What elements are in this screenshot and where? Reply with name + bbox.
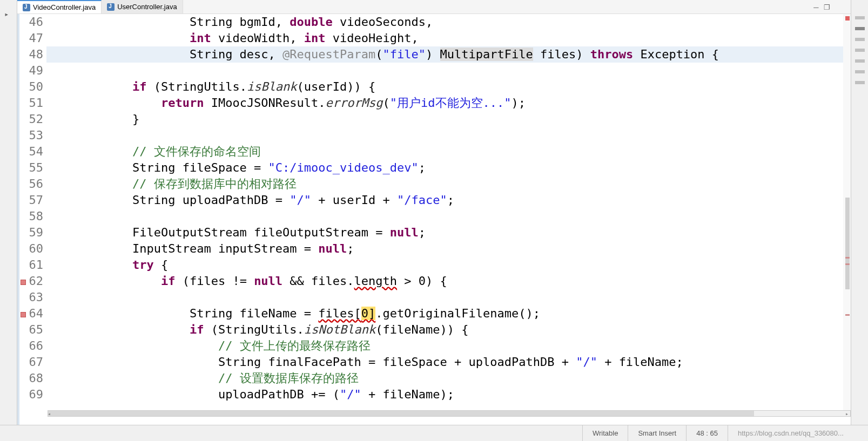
status-cursor-pos[interactable]: 48 : 65 xyxy=(686,425,728,441)
overview-error-icon[interactable] xyxy=(845,16,850,21)
scroll-left-icon[interactable]: ◂ xyxy=(48,411,53,416)
status-bar: Writable Smart Insert 48 : 65 https://bl… xyxy=(0,425,868,441)
status-writable[interactable]: Writable xyxy=(582,425,628,441)
status-insert-mode[interactable]: Smart Insert xyxy=(628,425,686,441)
left-tool-margin: ▸ xyxy=(0,0,17,441)
java-file-icon xyxy=(23,4,30,11)
editor[interactable]: 4647484950515253545556575859606162636465… xyxy=(17,14,851,425)
code-area[interactable]: String bgmId, double videoSeconds, int v… xyxy=(46,14,851,425)
right-icon[interactable] xyxy=(855,70,865,73)
right-icon[interactable] xyxy=(855,59,865,63)
maximize-icon[interactable]: ❐ xyxy=(824,3,830,11)
error-marker-icon[interactable] xyxy=(21,312,26,317)
horizontal-scrollbar[interactable]: ◂ ▸ xyxy=(48,410,851,417)
tab-user-controller[interactable]: UserController.java xyxy=(102,0,183,13)
scrollbar-thumb[interactable] xyxy=(845,198,850,289)
right-icon[interactable] xyxy=(855,81,865,84)
error-marker-icon[interactable] xyxy=(21,280,26,285)
scroll-right-icon[interactable]: ▸ xyxy=(845,411,851,416)
status-url: https://blog.csdn.net/qq_336080... xyxy=(728,425,868,441)
tab-label: UserController.java xyxy=(117,3,177,11)
toggle-icon[interactable]: ▸ xyxy=(4,10,9,18)
vertical-scrollbar[interactable] xyxy=(843,14,851,410)
overview-mark[interactable] xyxy=(845,263,850,265)
line-number-gutter: 4647484950515253545556575859606162636465… xyxy=(17,14,46,425)
minimize-icon[interactable]: ─ xyxy=(813,3,818,11)
window-controls: ─ ❐ xyxy=(810,3,830,11)
right-icon[interactable] xyxy=(855,27,865,30)
tab-label: VideoController.java xyxy=(33,3,96,11)
scrollbar-thumb[interactable] xyxy=(48,411,754,416)
overview-mark[interactable] xyxy=(845,257,850,259)
right-icon[interactable] xyxy=(855,38,865,41)
tab-bar: VideoController.java UserController.java… xyxy=(17,0,851,14)
java-file-icon xyxy=(107,3,115,11)
right-icon[interactable] xyxy=(855,49,865,52)
right-tool-margin xyxy=(851,0,868,441)
overview-mark[interactable] xyxy=(845,314,850,316)
tab-video-controller[interactable]: VideoController.java xyxy=(17,0,102,13)
right-icon[interactable] xyxy=(855,16,865,19)
